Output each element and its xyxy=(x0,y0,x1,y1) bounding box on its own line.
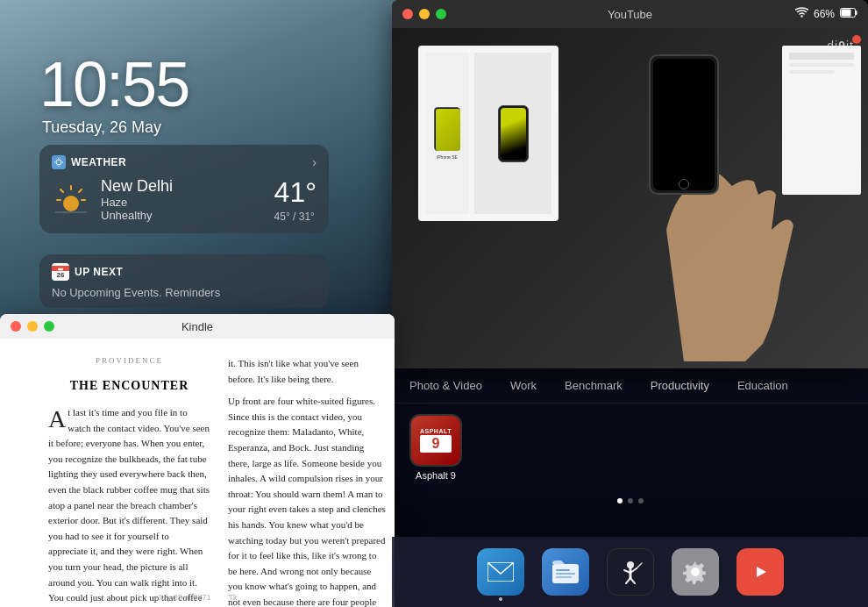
kindle-left-margin xyxy=(0,339,39,607)
svg-point-4 xyxy=(56,160,61,165)
youtube-video-player[interactable]: iPhone SE xyxy=(392,28,868,368)
category-tab-benchmark[interactable]: Benchmark xyxy=(551,379,637,392)
svg-rect-24 xyxy=(556,569,570,571)
asphalt9-label: Asphalt 9 xyxy=(416,470,456,481)
wifi-icon xyxy=(795,7,808,20)
weather-range: 45° / 31° xyxy=(274,211,317,223)
dot-1 xyxy=(617,498,623,503)
digit-watermark: di9it xyxy=(827,39,854,53)
dot-3 xyxy=(638,498,644,503)
category-tabs: Photo & Video Work Benchmark Productivit… xyxy=(392,368,868,403)
weather-chevron-icon: › xyxy=(312,155,317,169)
dock-active-indicator xyxy=(499,597,502,601)
dots-indicator xyxy=(392,491,868,511)
youtube-notification-dot xyxy=(852,35,861,44)
video-iphone-box: iPhone SE xyxy=(418,46,559,221)
svg-rect-2 xyxy=(842,9,851,16)
dock-mail-icon[interactable] xyxy=(477,548,524,596)
ios-date: Tuesday, 26 May xyxy=(42,118,161,137)
upnext-widget[interactable]: ▄▄ 26 UP NEXT No Upcoming Events. Remind… xyxy=(39,254,329,308)
dot-2 xyxy=(628,498,633,503)
calendar-badge: ▄▄ 26 xyxy=(52,263,69,281)
youtube-close-button[interactable] xyxy=(402,9,413,19)
ipad-dock xyxy=(392,537,868,607)
status-bar: 66% xyxy=(795,7,857,20)
dock-settings-icon[interactable] xyxy=(672,548,719,596)
category-tab-productivity[interactable]: Productivity xyxy=(637,379,723,392)
battery-icon xyxy=(840,8,857,20)
svg-rect-26 xyxy=(556,576,572,578)
category-tab-photo-video[interactable]: Photo & Video xyxy=(409,379,496,392)
kindle-page-info: July 28 at 9271 Tk xyxy=(158,593,238,602)
youtube-minimize-button[interactable] xyxy=(419,9,430,19)
upnext-content: No Upcoming Events. Reminders xyxy=(52,286,317,299)
svg-point-0 xyxy=(800,15,802,17)
dock-mainstage-icon[interactable] xyxy=(607,548,654,596)
weather-condition: Haze xyxy=(101,196,264,209)
weather-widget[interactable]: WEATHER › New Delhi xyxy=(39,145,329,233)
kindle-reading-content[interactable]: PROVIDENCE THE ENCOUNTER At last it's ti… xyxy=(0,339,395,607)
ios-clock: 10:55 xyxy=(39,48,189,120)
kindle-chapter-title: THE ENCOUNTER xyxy=(48,379,210,393)
kindle-minimize-button[interactable] xyxy=(27,321,38,332)
kindle-titlebar: Kindle xyxy=(0,314,395,339)
youtube-window: YouTube iPhone SE xyxy=(392,0,868,368)
svg-rect-25 xyxy=(556,573,575,575)
asphalt-app-item[interactable]: ASPHALT 9 Asphalt 9 xyxy=(409,414,462,481)
weather-title: WEATHER xyxy=(71,156,126,168)
kindle-window: Kindle PROVIDENCE THE ENCOUNTER At last … xyxy=(0,314,395,607)
kindle-window-title: Kindle xyxy=(181,320,213,333)
app-grid-row: ASPHALT 9 Asphalt 9 xyxy=(409,414,850,481)
dock-files-icon[interactable] xyxy=(542,548,589,596)
weather-temp: 41° xyxy=(274,176,317,209)
ios-lock-screen: 10:55 Tuesday, 26 May WEATHER › xyxy=(0,0,403,325)
app-grid: ASPHALT 9 Asphalt 9 xyxy=(392,403,868,491)
kindle-dropcap: A xyxy=(48,407,66,432)
weather-sun-icon xyxy=(52,181,90,219)
dock-youtube-icon[interactable] xyxy=(736,548,784,596)
youtube-maximize-button[interactable] xyxy=(436,9,446,19)
weather-health: Unhealthy xyxy=(101,209,264,222)
battery-indicator: 66% xyxy=(814,8,835,20)
svg-line-11 xyxy=(79,189,82,192)
svg-rect-3 xyxy=(856,11,857,15)
kindle-body-left: At last it's time and you file in to wat… xyxy=(48,405,210,607)
upnext-title: UP NEXT xyxy=(75,266,123,278)
svg-line-33 xyxy=(637,563,642,568)
svg-line-32 xyxy=(630,578,635,583)
category-tab-education[interactable]: Education xyxy=(723,379,802,392)
weather-city: New Delhi xyxy=(101,177,264,196)
category-tab-work[interactable]: Work xyxy=(496,379,551,392)
asphalt9-icon[interactable]: ASPHALT 9 xyxy=(409,414,462,467)
kindle-right-text: it. This isn't like what you've seen bef… xyxy=(219,339,395,607)
kindle-close-button[interactable] xyxy=(11,321,21,332)
svg-line-31 xyxy=(626,578,630,583)
kindle-section-label: PROVIDENCE xyxy=(48,356,210,365)
video-packaging xyxy=(782,46,861,195)
kindle-left-text: PROVIDENCE THE ENCOUNTER At last it's ti… xyxy=(39,339,219,607)
kindle-maximize-button[interactable] xyxy=(44,321,54,332)
svg-point-9 xyxy=(63,196,79,211)
weather-app-icon xyxy=(52,155,66,169)
svg-line-14 xyxy=(60,189,63,192)
youtube-window-title: YouTube xyxy=(608,8,652,21)
